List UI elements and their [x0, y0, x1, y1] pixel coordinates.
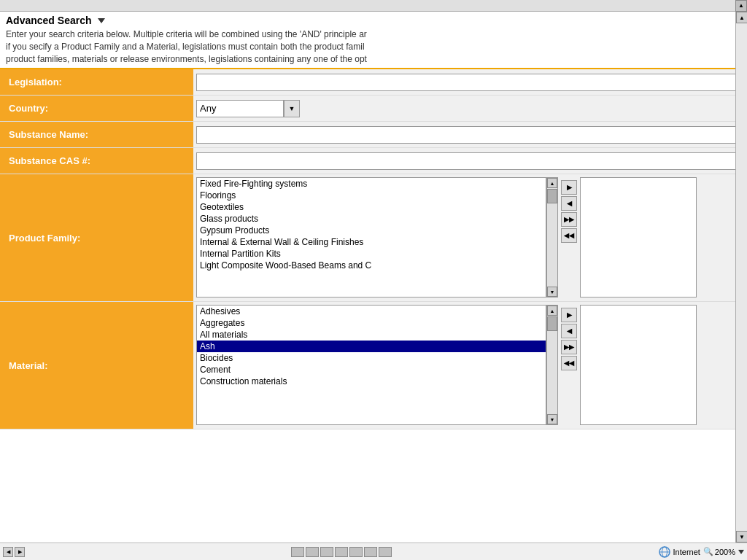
material-label: Material: — [0, 302, 193, 429]
internet-icon — [659, 546, 670, 558]
legislation-row: Legislation: — [0, 69, 747, 96]
dropdown-arrow-icon[interactable] — [98, 18, 105, 23]
substance-cas-row: Substance CAS #: — [0, 148, 747, 174]
remove-all-button[interactable]: ◀◀ — [561, 228, 577, 243]
desc-line1: Enter your search criteria below. Multip… — [6, 28, 741, 41]
product-family-control: Fixed Fire-Fighting systems Floorings Ge… — [193, 174, 747, 301]
scroll-up-btn[interactable]: ▲ — [547, 178, 557, 188]
zone-label: Internet — [673, 548, 700, 556]
list-item[interactable]: Internal Partition Kits — [197, 248, 546, 260]
list-item[interactable]: Geotextiles — [197, 201, 546, 213]
product-family-transfer-buttons: ▶ ◀ ▶▶ ◀◀ — [560, 177, 578, 246]
scroll-thumb[interactable] — [547, 316, 557, 331]
substance-name-row: Substance Name: — [0, 122, 747, 148]
desc-line2: if you secify a Product Family and a Mat… — [6, 41, 741, 53]
list-item[interactable]: Aggregates — [197, 317, 546, 329]
product-family-listbox[interactable]: Fixed Fire-Fighting systems Floorings Ge… — [196, 177, 546, 298]
product-family-scrollbar: ▲ ▼ — [546, 177, 558, 298]
list-item-selected[interactable]: Ash — [197, 341, 546, 352]
country-control: ▼ — [193, 96, 747, 121]
tab-segment-2[interactable] — [306, 547, 319, 557]
country-label: Country: — [0, 96, 193, 121]
tab-segment-3[interactable] — [320, 547, 333, 557]
scroll-up-btn[interactable]: ▲ — [547, 306, 557, 316]
product-family-items: Fixed Fire-Fighting systems Floorings Ge… — [197, 178, 546, 271]
legislation-input[interactable] — [196, 74, 744, 91]
status-right: Internet 🔍 200% — [659, 546, 744, 558]
country-dropdown-button[interactable]: ▼ — [284, 100, 300, 117]
scroll-down-icon[interactable]: ▼ — [736, 531, 747, 542]
scroll-thumb[interactable] — [547, 189, 557, 203]
scroll-down-btn[interactable]: ▼ — [547, 287, 557, 297]
product-family-selected-listbox[interactable] — [580, 177, 697, 298]
material-list-scroll: Adhesives Aggregates All materials Ash B… — [196, 305, 558, 425]
substance-name-input[interactable] — [196, 126, 744, 144]
status-left: ◀ ▶ — [3, 547, 25, 557]
substance-cas-input[interactable] — [196, 152, 744, 170]
tab-segment-4[interactable] — [335, 547, 348, 557]
list-item[interactable]: Cement — [197, 364, 546, 376]
list-item[interactable]: Gypsum Products — [197, 225, 546, 236]
top-scrollbar: ▲ — [0, 0, 747, 12]
substance-name-label: Substance Name: — [0, 122, 193, 147]
product-family-row: Product Family: Fixed Fire-Fighting syst… — [0, 174, 747, 302]
page-wrapper: ▲ Advanced Search Enter your search crit… — [0, 0, 747, 560]
material-items: Adhesives Aggregates All materials Ash B… — [197, 306, 546, 387]
country-select-wrapper: ▼ — [196, 100, 300, 117]
remove-button[interactable]: ◀ — [561, 196, 577, 211]
material-selected-listbox[interactable] — [580, 305, 697, 425]
material-listbox[interactable]: Adhesives Aggregates All materials Ash B… — [196, 305, 546, 425]
country-input[interactable] — [196, 100, 284, 117]
status-center — [291, 547, 392, 557]
country-row: Country: ▼ — [0, 96, 747, 122]
product-family-label: Product Family: — [0, 174, 193, 301]
list-item[interactable]: Adhesives — [197, 306, 546, 317]
list-item[interactable]: Floorings — [197, 190, 546, 201]
right-scrollbar: ▲ ▼ — [735, 12, 747, 542]
list-item[interactable]: Internal & External Wall & Ceiling Finis… — [197, 236, 546, 248]
header-description: Enter your search criteria below. Multip… — [6, 28, 741, 65]
list-item[interactable]: All materials — [197, 329, 546, 341]
zoom-level: 200% — [715, 548, 735, 556]
header-section: Advanced Search Enter your search criter… — [0, 12, 747, 69]
tab-segment-7[interactable] — [379, 547, 392, 557]
legislation-label: Legislation: — [0, 69, 193, 95]
add-button[interactable]: ▶ — [561, 180, 577, 195]
add-all-button[interactable]: ▶▶ — [561, 340, 577, 354]
list-item[interactable]: Construction materials — [197, 376, 546, 387]
status-bar: ◀ ▶ Internet 🔍 200% — [0, 542, 747, 560]
tab-segment-6[interactable] — [364, 547, 377, 557]
legislation-control — [193, 69, 747, 95]
list-item[interactable]: Fixed Fire-Fighting systems — [197, 178, 546, 190]
material-control: Adhesives Aggregates All materials Ash B… — [193, 302, 747, 429]
add-button[interactable]: ▶ — [561, 308, 577, 322]
title-text: Advanced Search — [6, 15, 92, 26]
zoom-icon: 🔍 — [703, 547, 713, 556]
list-item[interactable]: Glass products — [197, 213, 546, 225]
status-scroll-left[interactable]: ◀ — [3, 547, 13, 557]
material-transfer-buttons: ▶ ◀ ▶▶ ◀◀ — [560, 305, 578, 373]
list-item[interactable]: Biocides — [197, 352, 546, 364]
top-scrollbar-thumb[interactable]: ▲ — [735, 0, 747, 12]
page-title: Advanced Search — [6, 15, 741, 26]
remove-all-button[interactable]: ◀◀ — [561, 356, 577, 370]
substance-cas-label: Substance CAS #: — [0, 148, 193, 174]
remove-button[interactable]: ◀ — [561, 324, 577, 338]
tab-segment-5[interactable] — [349, 547, 363, 557]
add-all-button[interactable]: ▶▶ — [561, 212, 577, 227]
zoom-dropdown-icon[interactable] — [738, 550, 744, 554]
main-content: Advanced Search Enter your search criter… — [0, 12, 747, 542]
substance-cas-control — [193, 148, 747, 174]
tab-segment-1[interactable] — [291, 547, 304, 557]
list-item[interactable]: Light Composite Wood-Based Beams and C — [197, 260, 546, 271]
scroll-down-btn[interactable]: ▼ — [547, 414, 557, 424]
zoom-controls: 🔍 200% — [703, 547, 744, 556]
material-listbox-wrapper: Adhesives Aggregates All materials Ash B… — [196, 305, 697, 425]
product-family-listbox-wrapper: Fixed Fire-Fighting systems Floorings Ge… — [196, 177, 697, 298]
desc-line3: product families, materials or release e… — [6, 53, 741, 66]
material-row: Material: Adhesives Aggregates All mater… — [0, 302, 747, 429]
scroll-up-icon[interactable]: ▲ — [736, 12, 747, 23]
status-scroll-right[interactable]: ▶ — [15, 547, 25, 557]
scroll-track[interactable] — [736, 23, 747, 531]
material-scrollbar: ▲ ▼ — [546, 305, 558, 425]
